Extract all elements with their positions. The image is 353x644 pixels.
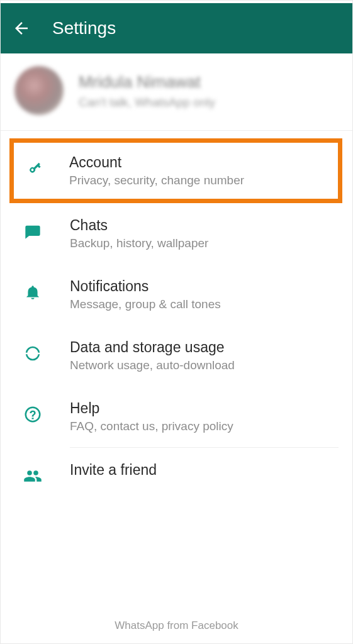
item-title: Invite a friend: [70, 462, 157, 479]
settings-item-notifications[interactable]: Notifications Message, group & call tone…: [1, 264, 352, 325]
item-title: Account: [69, 154, 244, 171]
item-subtitle: Backup, history, wallpaper: [70, 236, 208, 250]
item-subtitle: Message, group & call tones: [70, 297, 221, 311]
settings-item-data-usage[interactable]: Data and storage usage Network usage, au…: [1, 325, 352, 386]
settings-screen: Settings Mridula Nimawat Can't talk, Wha…: [0, 0, 353, 644]
item-title: Help: [70, 400, 233, 417]
settings-item-chats[interactable]: Chats Backup, history, wallpaper: [1, 203, 352, 264]
people-icon: [22, 465, 43, 487]
settings-item-account[interactable]: Account Privacy, security, change number: [14, 143, 338, 199]
settings-item-invite[interactable]: Invite a friend: [1, 448, 352, 501]
back-arrow-icon[interactable]: [12, 19, 31, 38]
profile-status: Can't talk, WhatsApp only: [79, 96, 215, 109]
item-subtitle: Privacy, security, change number: [69, 174, 244, 187]
key-icon: [25, 158, 47, 179]
app-bar: Settings: [1, 3, 352, 53]
item-subtitle: FAQ, contact us, privacy policy: [70, 419, 233, 433]
profile-texts: Mridula Nimawat Can't talk, WhatsApp onl…: [79, 72, 215, 109]
bell-icon: [22, 282, 43, 303]
item-title: Chats: [70, 217, 208, 234]
footer-text: WhatsApp from Facebook: [1, 619, 352, 632]
settings-item-help[interactable]: Help FAQ, contact us, privacy policy: [1, 386, 352, 447]
settings-list: Account Privacy, security, change number…: [1, 131, 352, 501]
avatar: [14, 66, 64, 115]
highlight-box: Account Privacy, security, change number: [9, 138, 342, 203]
chat-icon: [22, 221, 43, 242]
profile-row[interactable]: Mridula Nimawat Can't talk, WhatsApp onl…: [1, 53, 352, 131]
item-title: Notifications: [70, 278, 221, 295]
data-usage-icon: [22, 343, 43, 364]
item-title: Data and storage usage: [70, 339, 235, 356]
profile-name: Mridula Nimawat: [79, 72, 215, 92]
item-subtitle: Network usage, auto-download: [70, 358, 235, 372]
page-title: Settings: [52, 18, 116, 38]
help-icon: [22, 404, 43, 425]
